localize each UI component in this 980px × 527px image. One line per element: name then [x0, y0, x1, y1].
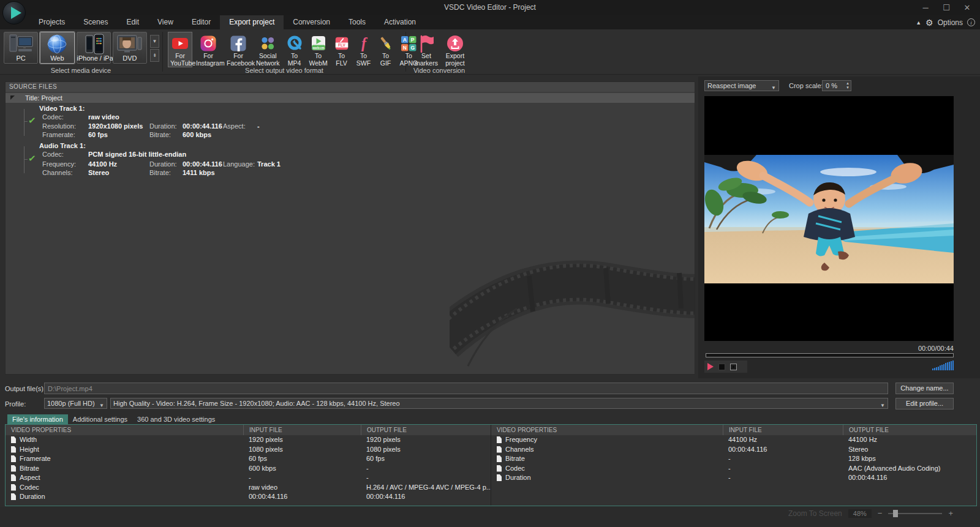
menu-export-project[interactable]: Export project [220, 15, 284, 29]
menu-scenes[interactable]: Scenes [74, 15, 117, 29]
source-files-panel: SOURCE FILES Title: Project ✓ Video Trac… [5, 81, 695, 375]
tree-collapse-icon[interactable] [10, 95, 15, 100]
doc-icon [497, 465, 502, 472]
bottom-tabs: File's information Additional settings 3… [7, 414, 220, 424]
table-row[interactable]: Codecraw videoH.264 / AVC / MPEG-4 AVC /… [6, 483, 491, 493]
format-gif-button[interactable]: ToGIF [375, 32, 396, 67]
table-row[interactable]: Duration00:00:44.11600:00:44.116 [6, 492, 491, 502]
preview-timecode: 00:00/00:44 [918, 345, 954, 352]
tab-files-information[interactable]: File's information [7, 414, 68, 424]
menu-editor[interactable]: Editor [183, 15, 220, 29]
dvd-icon [113, 34, 146, 54]
format-webm-button[interactable]: web+m ToWebM [307, 32, 330, 67]
device-dvd-button[interactable]: DVD [113, 32, 147, 64]
instagram-icon [196, 34, 221, 53]
table-row[interactable]: Duration-00:00:44.116 [491, 473, 976, 483]
minimize-button[interactable]: ─ [915, 0, 936, 15]
gear-icon: ⚙ [925, 18, 933, 27]
crop-scale-spinner[interactable]: 0 % ▲▼ [822, 80, 851, 91]
menu-bar: Projects Scenes Edit View Editor Export … [0, 15, 980, 29]
project-title-row[interactable]: Title: Project [6, 93, 695, 103]
video-track-title: Video Track 1: [39, 105, 85, 112]
maximize-button[interactable]: ☐ [936, 0, 957, 15]
col-input-file: INPUT FILE [243, 425, 361, 435]
play-button[interactable] [707, 363, 714, 370]
duration-value: 00:00:44.116 [183, 122, 223, 130]
facebook-icon [227, 34, 250, 53]
zoom-slider[interactable] [888, 513, 942, 514]
svg-text:f: f [361, 35, 368, 51]
menu-edit[interactable]: Edit [117, 15, 148, 29]
zoom-slider-handle[interactable] [893, 510, 898, 517]
device-pc-button[interactable]: PC [4, 32, 38, 64]
zoom-out-icon[interactable]: − [878, 509, 883, 518]
device-scroll-down-button[interactable]: ⇟ [150, 49, 159, 62]
format-instagram-button[interactable]: ForInstagram [194, 32, 223, 67]
format-swf-button[interactable]: f ToSWF [353, 32, 374, 67]
video-preview[interactable] [704, 96, 954, 341]
seekbar[interactable] [706, 353, 954, 357]
audio-properties-table: VIDEO PROPERTIES INPUT FILE OUTPUT FILE … [491, 425, 976, 506]
aspect-value: - [257, 122, 306, 130]
change-name-button[interactable]: Change name... [895, 383, 954, 394]
device-iphone-button[interactable]: iPhone / iPad [77, 32, 111, 64]
close-button[interactable]: ✕ [957, 0, 978, 15]
format-flv-button[interactable]: FLV ToFLV [331, 32, 352, 67]
zoom-in-icon[interactable]: + [948, 509, 953, 518]
profile-description-select[interactable]: High Quality - Video: H.264, Frame Size … [110, 398, 888, 409]
group-output-format: ForYouTube ForInstagram ForFacebook Soci… [164, 29, 405, 75]
menu-conversion[interactable]: Conversion [284, 15, 339, 29]
spinner-down-icon[interactable]: ▼ [846, 86, 850, 90]
menu-tools[interactable]: Tools [339, 15, 375, 29]
format-youtube-button[interactable]: ForYouTube [168, 32, 192, 67]
reaspect-select[interactable]: Reaspect image ▼ [704, 80, 779, 91]
profile-label: Profile: [5, 400, 26, 408]
export-project-button[interactable]: Exportproject [442, 32, 469, 67]
language-value: Track 1 [257, 160, 306, 168]
volume-meter-icon [932, 361, 954, 370]
info-icon[interactable]: i [967, 18, 975, 26]
playback-controls [704, 361, 747, 373]
profile-select[interactable]: 1080p (Full HD) ▼ [44, 398, 107, 409]
device-web-button[interactable]: Web [40, 32, 74, 64]
crop-scale-value: 0 % [826, 82, 837, 89]
fullframe-button[interactable] [730, 364, 737, 370]
channels-label: Channels: [42, 169, 88, 176]
menu-activation[interactable]: Activation [375, 15, 425, 29]
format-facebook-button[interactable]: ForFacebook [224, 32, 252, 67]
table-row[interactable]: Framerate60 fps60 fps [6, 454, 491, 464]
table-row[interactable]: Height1080 pixels1080 pixels [6, 445, 491, 455]
filmstrip-watermark [450, 236, 695, 374]
options-button[interactable]: Options [938, 18, 963, 27]
table-row[interactable]: Aspect-- [6, 473, 491, 483]
table-row[interactable]: Bitrate-128 kbps [491, 454, 976, 464]
device-scroll-up-button[interactable]: ▼ [150, 35, 159, 48]
table-row[interactable]: Width1920 pixels1920 pixels [6, 435, 491, 445]
output-file-input[interactable] [44, 383, 888, 394]
table-row[interactable]: Channels00:00:44.116Stereo [491, 445, 976, 455]
doc-icon [497, 436, 502, 443]
menu-projects[interactable]: Projects [29, 15, 74, 29]
zoom-to-screen-label[interactable]: Zoom To Screen [788, 509, 842, 518]
col-video-properties: VIDEO PROPERTIES [6, 425, 243, 435]
doc-icon [11, 484, 16, 491]
duration-label: Duration: [149, 122, 183, 130]
stop-button[interactable] [718, 364, 725, 370]
table-row[interactable]: Codec-AAC (Advanced Audio Coding) [491, 464, 976, 474]
ribbon: PC Web iPhone / iPad DVD ▼ ⇟ Select medi… [0, 29, 980, 75]
menu-view[interactable]: View [148, 15, 183, 29]
spinner-up-icon[interactable]: ▲ [846, 81, 850, 86]
tab-additional-settings[interactable]: Additional settings [68, 414, 132, 424]
table-row[interactable]: Bitrate600 kbps- [6, 464, 491, 474]
flag-icon [415, 34, 438, 53]
format-social-network-button[interactable]: SocialNetwork [254, 32, 282, 67]
doc-icon [11, 446, 16, 453]
edit-profile-button[interactable]: Edit profile... [895, 398, 954, 409]
collapse-ribbon-icon[interactable]: ▲ [916, 20, 921, 26]
ribbon-separator [162, 32, 163, 72]
resolution-label: Resolution: [42, 122, 88, 130]
table-row[interactable]: Frequency44100 Hz44100 Hz [491, 435, 976, 445]
format-mp4-button[interactable]: ToMP4 [284, 32, 306, 67]
set-markers-button[interactable]: Setmarkers [412, 32, 440, 67]
tab-360-3d-settings[interactable]: 360 and 3D video settings [132, 414, 220, 424]
